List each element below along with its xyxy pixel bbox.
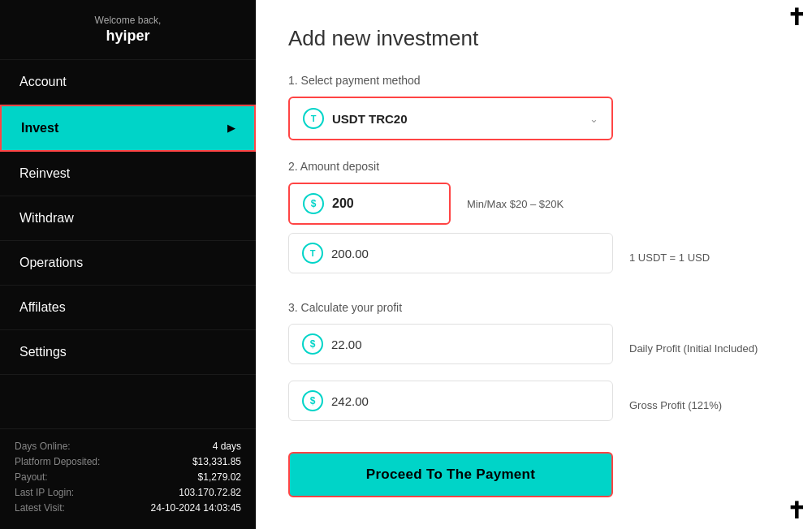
step2-label: 2. Amount deposit [288, 160, 780, 173]
sidebar-item-affiliates[interactable]: Affilates [0, 286, 256, 330]
sidebar-item-reinvest[interactable]: Reinvest [0, 152, 256, 196]
stat-last-ip: Last IP Login: 103.170.72.82 [15, 487, 241, 498]
daily-profit-label: Daily Profit (Initial Included) [629, 342, 758, 355]
sidebar-item-label-reinvest: Reinvest [19, 166, 70, 181]
sidebar-item-withdraw[interactable]: Withdraw [0, 196, 256, 241]
stat-label-deposited: Platform Deposited: [15, 456, 100, 467]
step3-label: 3. Calculate your profit [288, 301, 780, 314]
gross-profit-value: 242.00 [331, 394, 369, 408]
step1-label: 1. Select payment method [288, 74, 780, 87]
sidebar-item-label-invest: Invest [21, 121, 58, 135]
sidebar-stats: Days Online: 4 days Platform Deposited: … [0, 428, 256, 529]
corner-decoration-bottom: ✝ [787, 500, 806, 523]
welcome-text: Welcome back, [16, 15, 240, 26]
sidebar-item-label-operations: Operations [19, 256, 83, 270]
sidebar-item-label-withdraw: Withdraw [19, 211, 74, 226]
daily-profit-display: $ 22.00 [288, 324, 613, 364]
stat-value-ip: 103.170.72.82 [179, 487, 241, 498]
profit-section: 3. Calculate your profit $ 22.00 Daily P… [288, 301, 780, 429]
amount-input-row: $ Min/Max $20 – $20K [288, 183, 780, 225]
gross-profit-icon: $ [302, 390, 323, 411]
tether-icon: T [303, 108, 324, 129]
tether-icon-small: T [302, 243, 323, 264]
stat-days-online: Days Online: 4 days [15, 441, 241, 452]
stat-label-ip: Last IP Login: [15, 487, 74, 498]
payment-method-label: USDT TRC20 [332, 112, 408, 126]
stat-label-days: Days Online: [15, 441, 71, 452]
stat-label-visit: Latest Visit: [15, 502, 65, 514]
daily-profit-row: $ 22.00 Daily Profit (Initial Included) [288, 324, 780, 372]
stat-value-days: 4 days [213, 441, 241, 452]
gross-profit-row: $ 242.00 Gross Profit (121%) [288, 381, 780, 429]
sidebar-item-label-settings: Settings [19, 345, 67, 359]
stat-platform-deposited: Platform Deposited: $13,331.85 [15, 456, 241, 467]
dollar-icon: $ [303, 193, 324, 214]
sidebar-item-label-account: Account [19, 75, 67, 89]
conversion-rate-label: 1 USDT = 1 USD [629, 252, 710, 264]
converted-amount-value: 200.00 [331, 247, 369, 260]
main-content: ✝ ✝ Add new investment 1. Select payment… [256, 0, 812, 529]
sidebar: Welcome back, hyiper Account Invest ▶ Re… [0, 0, 256, 529]
converted-amount-display: T 200.00 [288, 233, 613, 273]
sidebar-item-invest[interactable]: Invest ▶ [0, 105, 256, 152]
daily-profit-icon: $ [302, 333, 323, 355]
stat-value-deposited: $13,331.85 [192, 456, 241, 467]
proceed-button-wrapper: Proceed To The Payment [288, 452, 613, 497]
amount-section: 2. Amount deposit $ Min/Max $20 – $20K T… [288, 160, 780, 282]
gross-profit-display: $ 242.00 [288, 381, 613, 421]
stat-payout: Payout: $1,279.02 [15, 471, 241, 483]
stat-value-visit: 24-10-2024 14:03:45 [151, 502, 241, 514]
payment-method-dropdown[interactable]: T USDT TRC20 ⌄ [288, 97, 613, 140]
dropdown-left: T USDT TRC20 [303, 108, 408, 129]
username: hyiper [16, 28, 240, 45]
sidebar-item-settings[interactable]: Settings [0, 330, 256, 375]
chevron-right-icon: ▶ [227, 123, 235, 134]
sidebar-header: Welcome back, hyiper [0, 0, 256, 60]
proceed-button[interactable]: Proceed To The Payment [288, 452, 613, 497]
chevron-down-icon: ⌄ [590, 113, 598, 125]
amount-input-box[interactable]: $ [288, 183, 451, 225]
sidebar-item-account[interactable]: Account [0, 60, 256, 105]
stat-latest-visit: Latest Visit: 24-10-2024 14:03:45 [15, 502, 241, 514]
sidebar-item-operations[interactable]: Operations [0, 241, 256, 286]
stat-value-payout: $1,279.02 [198, 471, 241, 483]
gross-profit-label: Gross Profit (121%) [629, 399, 722, 411]
daily-profit-value: 22.00 [331, 338, 362, 351]
stat-label-payout: Payout: [15, 471, 48, 483]
sidebar-item-label-affiliates: Affilates [19, 300, 66, 315]
page-title: Add new investment [288, 26, 780, 51]
sidebar-nav: Account Invest ▶ Reinvest Withdraw Opera… [0, 60, 256, 428]
corner-decoration-top: ✝ [787, 6, 806, 29]
min-max-label: Min/Max $20 – $20K [467, 198, 564, 210]
amount-input[interactable] [332, 196, 413, 211]
converted-amount-row: T 200.00 1 USDT = 1 USD [288, 233, 780, 282]
